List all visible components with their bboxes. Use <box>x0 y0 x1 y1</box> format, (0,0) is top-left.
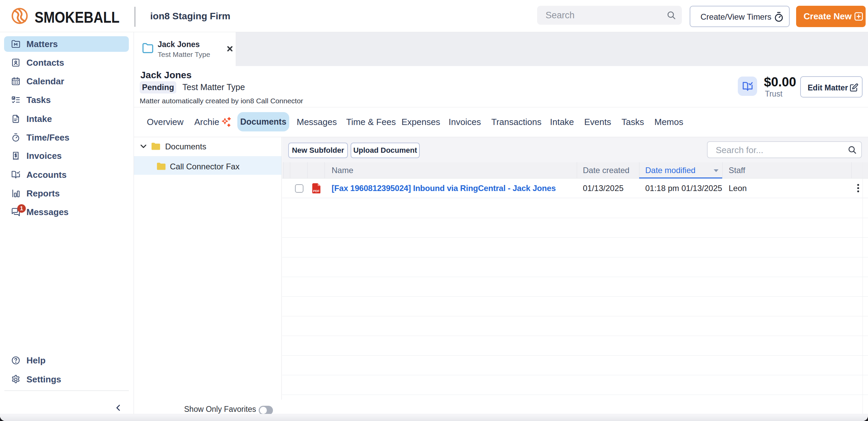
svg-text:PDF: PDF <box>313 189 320 193</box>
